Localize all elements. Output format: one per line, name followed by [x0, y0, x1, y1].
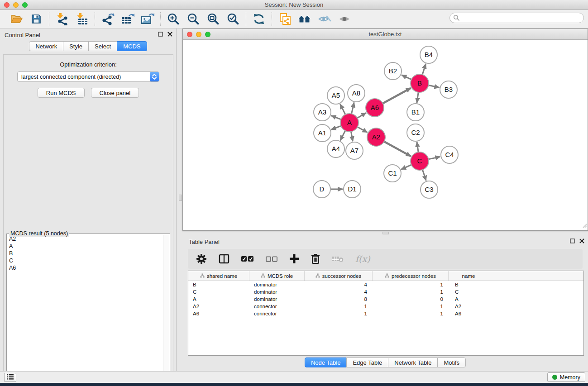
edge-A-A7[interactable] — [351, 132, 353, 142]
tab-mcds[interactable]: MCDS — [117, 41, 147, 51]
settings-gear-icon[interactable] — [196, 253, 207, 264]
node-D[interactable]: D — [313, 181, 330, 198]
node-A7[interactable]: A7 — [346, 142, 363, 159]
deselect-all-icon[interactable] — [266, 256, 277, 262]
node-B[interactable]: B — [411, 74, 429, 92]
table-row[interactable]: A6connector11A6 — [188, 310, 583, 317]
edge-A-A4[interactable] — [340, 131, 345, 141]
network-window-titlebar[interactable]: testGlobe.txt — [183, 29, 588, 40]
export-table-icon[interactable] — [121, 12, 134, 26]
edge-C-C1[interactable] — [401, 165, 411, 169]
refresh-layout-icon[interactable] — [252, 12, 266, 26]
mcds-result-item[interactable]: C — [7, 257, 163, 264]
float-table-panel-icon[interactable] — [570, 238, 575, 243]
column-header-shared-name[interactable]: shared name — [188, 271, 249, 281]
node-C1[interactable]: C1 — [384, 165, 401, 182]
edge-C-C2[interactable] — [417, 142, 418, 152]
mcds-result-item[interactable]: A2 — [7, 235, 163, 243]
edge-A-A1[interactable] — [331, 126, 341, 129]
network-canvas[interactable]: AA1A3A5A8A4A7A6A2BB2B4B3B1CC2C4C1C3DD1 — [183, 40, 588, 230]
import-table-icon[interactable] — [75, 12, 89, 26]
node-A6[interactable]: A6 — [366, 99, 384, 117]
node-A4[interactable]: A4 — [327, 140, 344, 157]
import-network-icon[interactable] — [55, 12, 69, 26]
edge-A-A3[interactable] — [331, 116, 341, 119]
tab-node-table[interactable]: Node Table — [305, 357, 347, 367]
tab-style[interactable]: Style — [63, 41, 89, 51]
edge-A-A5[interactable] — [340, 104, 345, 114]
node-B3[interactable]: B3 — [440, 81, 457, 98]
column-header-successor-nodes[interactable]: successor nodes — [305, 271, 373, 281]
split-view-icon[interactable] — [219, 254, 229, 264]
table-row[interactable]: Bdominator41B — [188, 281, 583, 288]
node-B4[interactable]: B4 — [420, 46, 437, 63]
edge-A2-C[interactable] — [384, 142, 411, 157]
node-B1[interactable]: B1 — [407, 104, 424, 121]
result-scrollbar[interactable] — [163, 235, 169, 386]
float-panel-icon[interactable] — [158, 32, 163, 37]
zoom-fit-icon[interactable] — [206, 12, 220, 26]
edge-B-B4[interactable] — [422, 64, 426, 75]
column-header-MCDS-role[interactable]: MCDS role — [249, 271, 305, 281]
edge-C-C4[interactable] — [429, 157, 440, 159]
close-table-panel-icon[interactable] — [579, 238, 584, 243]
node-A8[interactable]: A8 — [348, 85, 365, 102]
export-network-icon[interactable] — [101, 12, 115, 26]
tab-edge-table[interactable]: Edge Table — [346, 357, 388, 367]
edge-B-B1[interactable] — [417, 92, 418, 103]
table-row[interactable]: A2connector11A2 — [188, 303, 583, 310]
hide-eye-icon[interactable] — [318, 12, 331, 26]
edge-A-A2[interactable] — [358, 127, 368, 133]
edge-A-A6[interactable] — [357, 113, 366, 118]
minimize-window-button[interactable] — [13, 2, 19, 8]
node-B2[interactable]: B2 — [384, 62, 402, 80]
add-column-icon[interactable] — [289, 254, 299, 264]
node-C[interactable]: C — [411, 152, 429, 170]
node-D1[interactable]: D1 — [344, 181, 361, 198]
zoom-selected-icon[interactable] — [226, 12, 240, 26]
zoom-out-icon[interactable] — [186, 12, 200, 26]
export-image-icon[interactable] — [141, 12, 154, 26]
node-A[interactable]: A — [340, 114, 359, 132]
resize-grip-icon[interactable] — [582, 222, 587, 230]
node-C3[interactable]: C3 — [421, 181, 438, 198]
close-panel-button[interactable]: Close panel — [91, 88, 139, 98]
close-panel-icon[interactable] — [167, 32, 172, 37]
node-C4[interactable]: C4 — [441, 146, 458, 163]
run-mcds-button[interactable]: Run MCDS — [38, 88, 85, 98]
edge-B-B2[interactable] — [402, 75, 411, 80]
tab-motifs[interactable]: Motifs — [437, 357, 466, 367]
column-header-name[interactable]: name — [449, 271, 488, 281]
mcds-result-item[interactable]: B — [7, 250, 163, 257]
home-icon[interactable] — [298, 12, 311, 26]
tab-select[interactable]: Select — [88, 41, 117, 51]
edge-B-B3[interactable] — [429, 85, 440, 87]
select-all-icon[interactable] — [241, 256, 254, 262]
criterion-dropdown[interactable]: largest connected component (directed) — [17, 71, 159, 82]
mcds-result-item[interactable]: A — [7, 243, 163, 250]
node-A5[interactable]: A5 — [327, 87, 344, 104]
node-A1[interactable]: A1 — [314, 124, 331, 142]
memory-button[interactable]: Memory — [547, 372, 585, 382]
edge-C-C3[interactable] — [422, 170, 426, 181]
zoom-in-icon[interactable] — [167, 12, 180, 26]
vertical-splitter-handle[interactable] — [179, 195, 182, 201]
edge-A6-B[interactable] — [383, 88, 411, 104]
table-row[interactable]: Cdominator41C — [188, 288, 583, 295]
open-folder-icon[interactable] — [10, 12, 23, 26]
tab-network[interactable]: Network — [29, 41, 63, 51]
close-window-button[interactable] — [4, 2, 10, 8]
mcds-result-item[interactable]: A6 — [7, 264, 163, 272]
table-row[interactable]: Adominator80A — [188, 295, 583, 303]
search-input[interactable] — [449, 13, 584, 23]
delete-column-icon[interactable] — [311, 253, 320, 264]
horizontal-splitter-handle[interactable] — [382, 232, 389, 234]
network-zoom-button[interactable] — [205, 32, 210, 37]
node-C2[interactable]: C2 — [407, 124, 424, 141]
network-close-button[interactable] — [187, 32, 192, 37]
network-minimize-button[interactable] — [196, 32, 201, 37]
show-eye-icon[interactable] — [338, 12, 351, 26]
zoom-window-button[interactable] — [22, 2, 28, 8]
node-A3[interactable]: A3 — [314, 104, 331, 121]
save-floppy-icon[interactable] — [29, 12, 43, 26]
